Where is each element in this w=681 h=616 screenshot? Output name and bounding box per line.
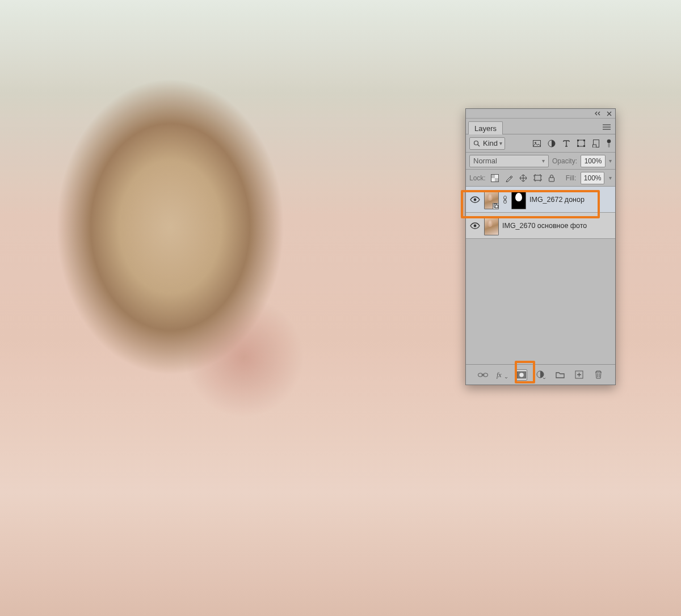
layer-thumbnail[interactable] (484, 216, 499, 235)
tab-layers[interactable]: Layers (468, 121, 503, 134)
svg-rect-14 (495, 178, 499, 182)
visibility-toggle[interactable] (469, 220, 481, 231)
chevron-down-icon[interactable]: ▾ (609, 158, 612, 164)
svg-point-2 (535, 142, 536, 144)
svg-rect-15 (495, 174, 499, 178)
layer-name-label[interactable]: IMG_2670 основное фото (502, 222, 587, 230)
opacity-value-input[interactable]: 100% (581, 155, 606, 167)
svg-point-30 (519, 373, 523, 377)
fill-value-input[interactable]: 100% (581, 172, 604, 184)
filter-shape-icon[interactable] (577, 139, 586, 148)
layers-panel: Layers Kind ▾ Normal ▾ Opacity: 100% ▾ (465, 108, 616, 385)
svg-rect-7 (577, 145, 579, 147)
svg-text:fx: fx (497, 371, 502, 379)
layer-thumbnail[interactable] (484, 190, 499, 209)
fill-label: Fill: (566, 174, 577, 182)
filter-kind-select[interactable]: Kind ▾ (469, 137, 505, 150)
new-group-button[interactable] (554, 369, 566, 381)
lock-transparency-icon[interactable] (490, 174, 500, 183)
svg-rect-16 (491, 178, 495, 182)
svg-rect-10 (592, 145, 596, 147)
svg-rect-5 (577, 140, 579, 141)
lock-all-icon[interactable] (547, 174, 557, 183)
blend-mode-value: Normal (473, 157, 497, 165)
link-layers-button[interactable] (477, 369, 489, 381)
lock-artboard-icon[interactable] (533, 174, 543, 183)
filter-type-icon[interactable] (562, 139, 571, 148)
svg-point-20 (474, 198, 477, 201)
panel-titlebar (466, 109, 615, 119)
blend-mode-select[interactable]: Normal ▾ (469, 155, 549, 167)
opacity-label: Opacity: (552, 157, 577, 165)
layer-filter-bar: Kind ▾ (466, 134, 615, 153)
svg-rect-22 (495, 205, 498, 208)
layers-footer-bar: fx (466, 364, 615, 385)
svg-rect-8 (583, 145, 585, 147)
chevron-down-icon: ▾ (499, 140, 502, 146)
blend-opacity-bar: Normal ▾ Opacity: 100% ▾ (466, 153, 615, 170)
layer-mask-thumbnail[interactable] (511, 190, 526, 209)
new-layer-button[interactable] (574, 369, 585, 381)
svg-rect-6 (583, 140, 585, 141)
layer-style-button[interactable]: fx (497, 369, 508, 381)
lock-label: Lock: (469, 174, 486, 182)
layer-list: IMG_2672 донор IMG_2670 основное фото (466, 187, 615, 364)
svg-rect-19 (549, 178, 554, 182)
visibility-toggle[interactable] (469, 194, 481, 205)
filter-pixel-icon[interactable] (532, 139, 541, 148)
svg-point-11 (607, 139, 611, 143)
smart-object-badge (493, 203, 499, 209)
chevron-down-icon[interactable]: ▾ (609, 175, 612, 181)
collapse-panel-button[interactable] (594, 110, 602, 117)
filter-adjustment-icon[interactable] (547, 139, 556, 148)
chevron-down-icon: ▾ (542, 158, 545, 164)
lock-position-icon[interactable] (519, 174, 528, 183)
mask-link-icon[interactable] (502, 194, 508, 205)
delete-layer-button[interactable] (593, 369, 604, 381)
filter-toggle-switch[interactable] (606, 139, 612, 148)
svg-point-25 (474, 224, 477, 227)
lock-fill-bar: Lock: Fill: 100% ▾ (466, 170, 615, 187)
search-icon (472, 139, 481, 148)
svg-point-0 (474, 141, 478, 145)
svg-rect-1 (533, 140, 541, 146)
filter-smartobject-icon[interactable] (591, 139, 600, 148)
filter-kind-label: Kind (483, 139, 498, 147)
lock-paint-icon[interactable] (505, 174, 514, 183)
svg-rect-13 (491, 174, 495, 178)
layer-row[interactable]: IMG_2670 основное фото (466, 213, 615, 239)
layer-name-label[interactable]: IMG_2672 донор (529, 196, 585, 204)
svg-rect-18 (535, 175, 541, 180)
svg-rect-12 (608, 143, 610, 147)
layer-row[interactable]: IMG_2672 донор (466, 187, 615, 213)
close-panel-button[interactable] (605, 110, 613, 117)
new-adjustment-layer-button[interactable] (535, 369, 547, 381)
panel-tabbar: Layers (466, 119, 615, 134)
add-layer-mask-button[interactable] (516, 369, 527, 381)
panel-menu-button[interactable] (600, 121, 613, 134)
